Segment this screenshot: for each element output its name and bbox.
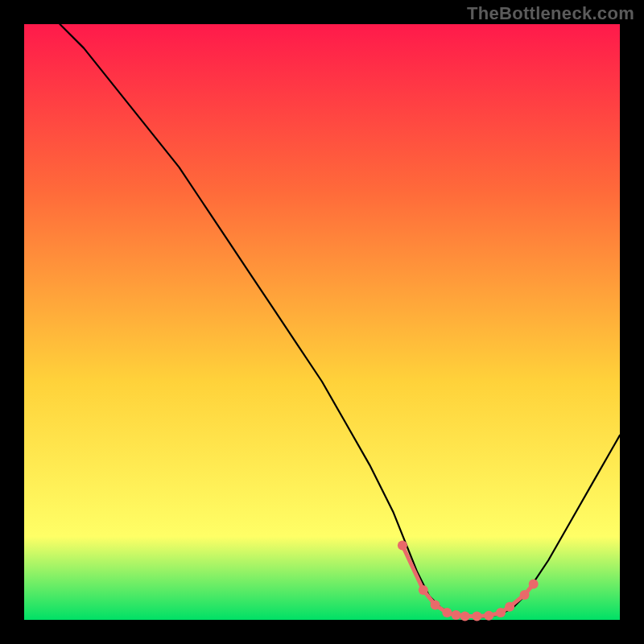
marker-dot (472, 612, 481, 621)
marker-dot (431, 601, 440, 610)
marker-dot (460, 612, 470, 621)
marker-dot (529, 580, 539, 589)
marker-dot (505, 602, 514, 612)
marker-dot (484, 611, 493, 621)
marker-dot (452, 610, 461, 620)
marker-dot (442, 608, 452, 617)
watermark-text: TheBottleneck.com (467, 3, 634, 24)
marker-dot (520, 590, 530, 600)
marker-dot (419, 585, 428, 595)
chart-frame: TheBottleneck.com (0, 0, 644, 644)
chart-svg (0, 0, 644, 644)
marker-dot (496, 608, 506, 617)
plot-background (24, 24, 620, 620)
marker-dot (398, 541, 407, 551)
